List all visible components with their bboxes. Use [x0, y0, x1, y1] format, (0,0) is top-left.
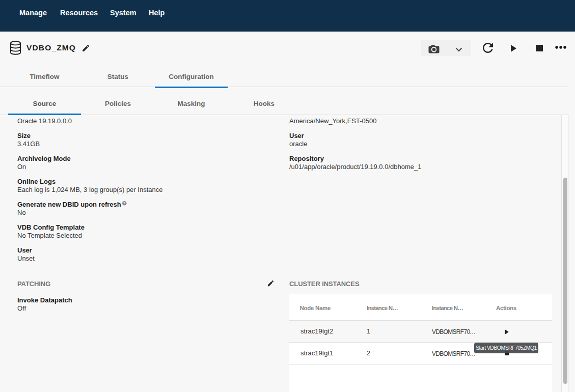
svg-text:?: ? [123, 201, 125, 205]
